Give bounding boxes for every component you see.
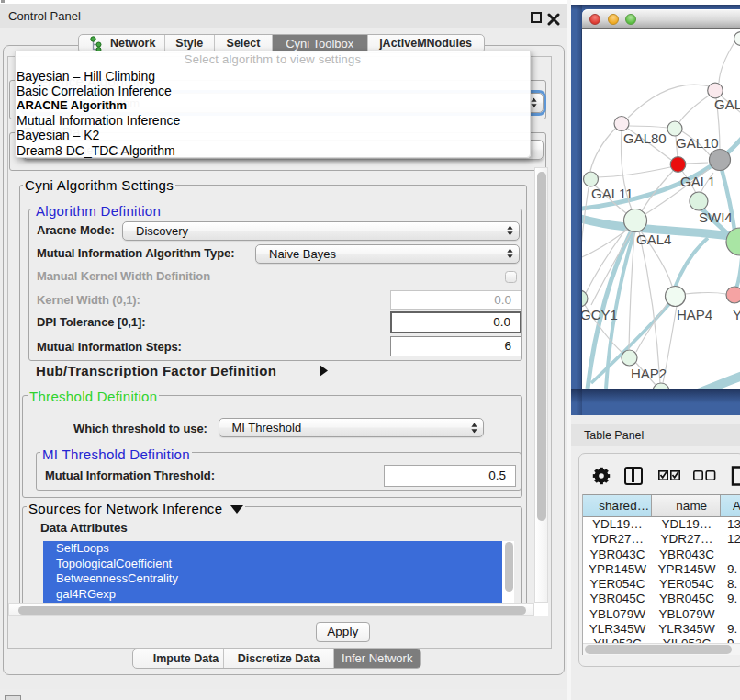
svg-text:YE: YE	[733, 307, 740, 322]
svg-text:GAL1: GAL1	[680, 174, 715, 189]
svg-text:GCY1: GCY1	[582, 307, 618, 322]
svg-text:GAL11: GAL11	[591, 186, 633, 201]
svg-text:GAL10: GAL10	[676, 135, 719, 151]
svg-text:SWI4: SWI4	[699, 209, 733, 225]
svg-text:HAP2: HAP2	[631, 366, 667, 381]
svg-text:GAL4: GAL4	[636, 231, 671, 247]
svg-text:GAL2: GAL2	[714, 96, 740, 112]
svg-text:HAP4: HAP4	[677, 307, 712, 322]
svg-text:GAL80: GAL80	[623, 130, 667, 146]
